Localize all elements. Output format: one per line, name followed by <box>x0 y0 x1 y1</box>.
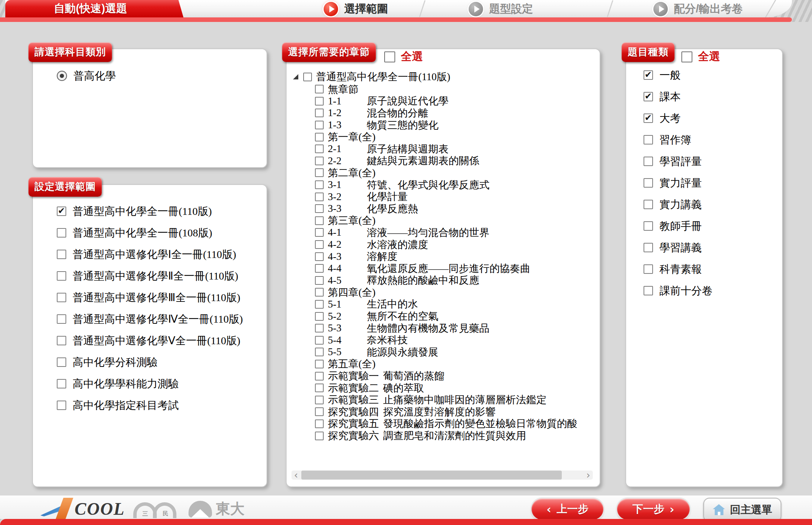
qtype-option-label[interactable]: 教師手冊 <box>659 219 702 233</box>
checkbox[interactable] <box>315 264 324 273</box>
qtype-option-label[interactable]: 科青素報 <box>659 262 702 276</box>
chapter-code[interactable]: 5-4 <box>328 334 363 346</box>
scrollbar-thumb[interactable] <box>301 471 562 480</box>
chapter-code[interactable]: 4-2 <box>328 239 363 250</box>
checkbox[interactable] <box>644 92 653 101</box>
checkbox[interactable] <box>315 276 324 285</box>
scroll-left-icon[interactable]: ‹ <box>291 471 301 480</box>
chapter-title[interactable]: 原子結構與週期表 <box>367 142 449 156</box>
chapter-title[interactable]: 發現酸鹼指示劑的變色並檢驗日常物質的酸 <box>383 417 577 430</box>
back-to-main-menu-button[interactable]: 回主選單 <box>703 498 781 522</box>
checkbox[interactable] <box>644 135 653 144</box>
chapter-title[interactable]: 化學反應熱 <box>367 202 418 216</box>
chapter-select-all-checkbox[interactable] <box>384 51 395 62</box>
qtype-option-label[interactable]: 學習講義 <box>659 241 702 255</box>
checkbox[interactable] <box>315 372 324 381</box>
chapter-code[interactable]: 探究實驗五 <box>328 417 379 430</box>
checkbox[interactable] <box>57 271 66 281</box>
checkbox[interactable] <box>315 396 324 404</box>
tab-score-output[interactable]: 配分/輸出考卷 <box>653 1 743 17</box>
chapter-title[interactable]: 第五章(全) <box>328 357 376 371</box>
chapter-title[interactable]: 葡萄酒的蒸餾 <box>383 369 444 383</box>
chapter-title[interactable]: 調查肥皂和清潔劑的性質與效用 <box>383 429 526 443</box>
chapter-code[interactable]: 4-5 <box>328 275 363 286</box>
chapter-code[interactable]: 示範實驗三 <box>328 393 379 407</box>
checkbox[interactable] <box>315 204 324 213</box>
chapter-code[interactable]: 1-2 <box>328 107 363 119</box>
chapter-title[interactable]: 無章節 <box>328 82 358 96</box>
range-option-label[interactable]: 普通型高中選修化學Ⅳ全一冊(110版) <box>73 312 243 326</box>
range-option-label[interactable]: 普通型高中選修化學Ⅴ全一冊(110版) <box>73 334 240 348</box>
qtype-option-label[interactable]: 實力講義 <box>659 197 702 212</box>
checkbox[interactable] <box>315 407 324 416</box>
chapter-code[interactable]: 1-1 <box>328 95 363 107</box>
checkbox[interactable] <box>315 336 324 345</box>
checkbox[interactable] <box>315 157 324 165</box>
chapter-title[interactable]: 第二章(全) <box>328 166 376 180</box>
qtype-select-all-label[interactable]: 全選 <box>698 49 720 64</box>
chapter-title[interactable]: 碘的萃取 <box>383 381 424 395</box>
range-option-label[interactable]: 高中化學分科測驗 <box>73 355 157 370</box>
chapter-title[interactable]: 化學計量 <box>367 190 408 203</box>
next-step-button[interactable]: 下一步 › <box>617 499 690 520</box>
qtype-option-label[interactable]: 實力評量 <box>659 176 702 190</box>
chapter-code[interactable]: 4-3 <box>328 251 363 262</box>
range-option-label[interactable]: 普通型高中選修化學Ⅰ全一冊(110版) <box>73 247 236 262</box>
checkbox[interactable] <box>315 180 324 189</box>
checkbox[interactable] <box>315 216 324 225</box>
checkbox[interactable] <box>644 178 653 188</box>
range-option-label[interactable]: 高中化學指定科目考試 <box>73 398 179 413</box>
checkbox[interactable] <box>315 144 324 153</box>
checkbox[interactable] <box>57 228 66 238</box>
checkbox[interactable] <box>315 252 324 261</box>
chapter-select-all-label[interactable]: 全選 <box>401 49 423 64</box>
checkbox[interactable] <box>57 379 66 388</box>
checkbox[interactable] <box>57 314 66 324</box>
chapter-title[interactable]: 溶解度 <box>367 250 397 263</box>
checkbox[interactable] <box>315 109 324 117</box>
range-option-label[interactable]: 普通型高中選修化學Ⅲ全一冊(110版) <box>73 290 240 305</box>
qtype-option-label[interactable]: 一般 <box>659 68 681 82</box>
chapter-code[interactable]: 探究實驗六 <box>328 429 379 443</box>
checkbox[interactable] <box>315 312 324 321</box>
chapter-title[interactable]: 第四章(全) <box>328 286 376 299</box>
chapter-title[interactable]: 第三章(全) <box>328 214 376 227</box>
checkbox[interactable] <box>57 336 66 345</box>
qtype-select-all-checkbox[interactable] <box>681 51 692 62</box>
expander-icon[interactable] <box>293 74 298 79</box>
chapter-title[interactable]: 無所不在的空氣 <box>367 309 438 323</box>
qtype-option-label[interactable]: 學習評量 <box>659 154 702 169</box>
range-option-label[interactable]: 普通型高中化學全一冊(110版) <box>73 204 212 219</box>
checkbox[interactable] <box>315 193 324 201</box>
range-option-label[interactable]: 普通型高中選修化學Ⅱ全一冊(110版) <box>73 269 238 283</box>
checkbox[interactable] <box>644 113 653 123</box>
checkbox[interactable] <box>315 432 324 440</box>
chapter-code[interactable]: 5-1 <box>328 298 363 310</box>
checkbox[interactable] <box>644 221 653 231</box>
checkbox[interactable] <box>315 419 324 428</box>
chapter-code[interactable]: 5-5 <box>328 346 363 358</box>
prev-step-button[interactable]: ‹ 上一步 <box>531 499 603 520</box>
chapter-code[interactable]: 4-4 <box>328 262 363 274</box>
checkbox[interactable] <box>57 293 66 302</box>
checkbox[interactable] <box>315 228 324 237</box>
chapter-code[interactable]: 2-2 <box>328 155 363 167</box>
chapter-title[interactable]: 生活中的水 <box>367 297 418 311</box>
range-option-label[interactable]: 高中化學學科能力測驗 <box>73 377 179 391</box>
chapter-title[interactable]: 奈米科技 <box>367 333 408 347</box>
chapter-code[interactable]: 2-1 <box>328 143 363 155</box>
checkbox[interactable] <box>303 73 312 81</box>
chapter-title[interactable]: 氧化還原反應——同步進行的協奏曲 <box>367 262 530 275</box>
radio-button[interactable] <box>57 71 67 81</box>
checkbox[interactable] <box>644 70 653 80</box>
chapter-code[interactable]: 5-3 <box>328 322 363 334</box>
checkbox[interactable] <box>315 240 324 249</box>
qtype-option-label[interactable]: 課前十分卷 <box>659 284 712 298</box>
chapter-title[interactable]: 鍵結與元素週期表的關係 <box>367 154 479 168</box>
tab-select-range[interactable]: 選擇範圍 <box>324 1 388 17</box>
chapter-title[interactable]: 混合物的分離 <box>367 106 428 120</box>
checkbox[interactable] <box>315 121 324 129</box>
checkbox[interactable] <box>57 207 66 216</box>
qtype-option-label[interactable]: 大考 <box>659 111 681 126</box>
chapter-title[interactable]: 釋放熱能的酸鹼中和反應 <box>367 273 479 287</box>
